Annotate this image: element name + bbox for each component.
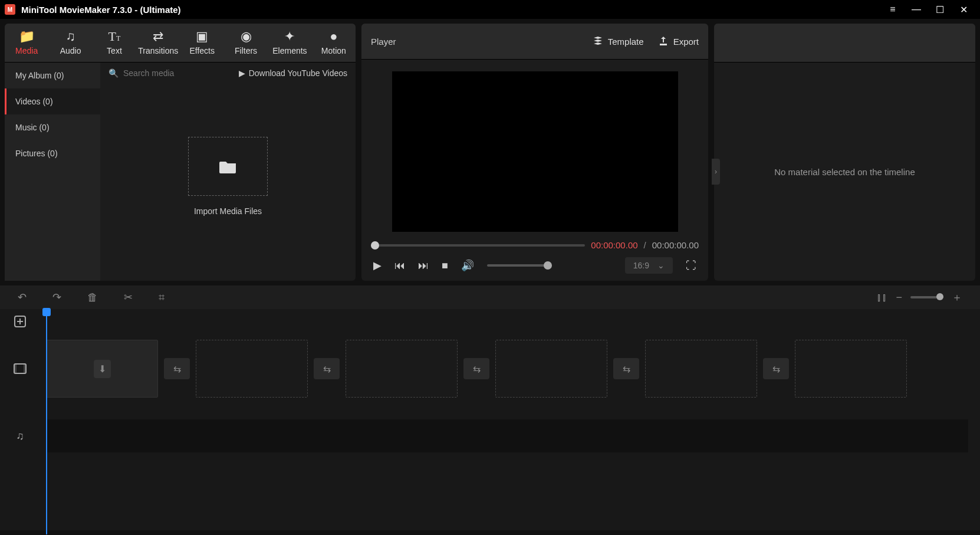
transition-slot[interactable]: ⇆ [164,358,190,379]
tab-effects[interactable]: ▣ Effects [180,24,224,62]
zoom-handle[interactable] [936,293,943,300]
clip-slot[interactable] [645,340,757,398]
tab-transitions[interactable]: ⇄ Transitions [136,24,180,62]
tab-media-label: Media [5,46,48,55]
menu-icon[interactable]: ≡ [881,4,905,15]
fullscreen-button[interactable]: ⛶ [686,260,696,272]
import-media-dropzone[interactable] [188,137,268,196]
tab-elements-label: Elements [268,46,311,55]
aspect-ratio-select[interactable]: 16:9 ⌄ [625,257,673,274]
svg-rect-2 [14,364,17,373]
tab-effects-label: Effects [180,46,224,55]
tab-filters-label: Filters [224,46,268,55]
zoom-out-button[interactable]: − [896,291,902,304]
clip-slot[interactable] [346,340,458,398]
search-wrap[interactable]: 🔍 [108,68,233,78]
search-input[interactable] [123,68,212,78]
audio-track-icon: ♫ [0,403,40,468]
timeline: ♫ ⬇ ⇆ ⇆ ⇆ ⇆ ⇆ [0,309,980,530]
window-maximize-button[interactable]: ☐ [928,4,952,15]
search-icon: 🔍 [108,68,119,78]
folder-icon [219,159,237,173]
crop-button[interactable]: ⌗ [159,291,165,304]
seek-bar[interactable] [371,244,585,247]
playhead[interactable] [46,309,47,534]
template-button[interactable]: Template [593,36,644,47]
clip-slot[interactable]: ⬇ [46,340,158,398]
undo-button[interactable]: ↶ [18,291,27,304]
tab-transitions-label: Transitions [136,46,180,55]
tab-text[interactable]: TT Text [93,24,136,62]
volume-handle[interactable] [544,261,552,270]
audio-icon: ♫ [48,28,92,45]
add-track-button[interactable] [0,309,40,334]
zoom-fit-button[interactable]: ⫿⫿ [877,291,887,304]
play-button[interactable]: ▶ [373,259,382,272]
transition-slot[interactable]: ⇆ [314,358,340,379]
download-youtube-label: Download YouTube Videos [249,68,347,78]
timeline-toolbar: ↶ ↷ 🗑 ✂ ⌗ ⫿⫿ − ＋ [0,285,980,309]
tab-filters[interactable]: ◉ Filters [224,24,268,62]
volume-slider[interactable] [487,264,552,267]
sidebar-item-music[interactable]: Music (0) [5,114,100,140]
export-icon [658,36,669,47]
player-title: Player [371,37,396,47]
motion-icon: ● [312,28,356,45]
video-track[interactable]: ⬇ ⇆ ⇆ ⇆ ⇆ ⇆ [40,334,980,403]
audio-lane[interactable] [46,419,968,452]
redo-button[interactable]: ↷ [52,291,61,304]
volume-icon[interactable]: 🔊 [461,259,474,272]
window-minimize-button[interactable]: — [905,4,928,15]
import-clip-icon: ⬇ [94,360,111,378]
next-frame-button[interactable]: ⏭ [418,260,429,272]
tab-motion-label: Motion [312,46,356,55]
chevron-down-icon: ⌄ [657,261,665,270]
seek-handle[interactable] [371,241,379,250]
window-close-button[interactable]: ✕ [952,4,975,15]
sidebar-item-videos[interactable]: Videos (0) [5,88,100,114]
transition-slot[interactable]: ⇆ [763,358,789,379]
tab-text-label: Text [93,46,136,55]
time-separator: / [644,240,646,250]
svg-rect-3 [24,364,26,373]
tab-elements[interactable]: ✦ Elements [268,24,311,62]
transition-slot[interactable]: ⇆ [463,358,489,379]
media-sidebar: My Album (0) Videos (0) Music (0) Pictur… [5,63,100,281]
clip-slot[interactable] [196,340,308,398]
text-icon: TT [93,28,136,45]
export-button[interactable]: Export [658,36,699,47]
import-media-label: Import Media Files [194,206,262,216]
split-button[interactable]: ✂ [124,291,133,304]
zoom-slider[interactable] [910,296,943,298]
transitions-icon: ⇄ [136,28,180,45]
clip-slot[interactable] [795,340,907,398]
download-youtube-button[interactable]: ▶ Download YouTube Videos [239,68,347,78]
expand-properties-button[interactable]: › [712,159,720,185]
media-panel: 📁 Media ♫ Audio TT Text ⇄ Transitions ▣ … [5,24,356,281]
audio-track[interactable] [40,403,980,468]
aspect-ratio-value: 16:9 [633,261,649,270]
timeline-ruler[interactable] [40,309,980,334]
video-preview[interactable] [392,71,678,232]
clip-slot[interactable] [495,340,607,398]
tab-media[interactable]: 📁 Media [5,24,48,62]
prev-frame-button[interactable]: ⏮ [394,260,405,272]
sidebar-item-myalbum[interactable]: My Album (0) [5,63,100,88]
zoom-in-button[interactable]: ＋ [952,290,962,304]
stop-button[interactable]: ■ [442,260,448,272]
sidebar-item-pictures[interactable]: Pictures (0) [5,140,100,166]
template-label: Template [608,37,644,47]
properties-panel: › No material selected on the timeline [714,24,975,281]
delete-button[interactable]: 🗑 [87,291,98,304]
export-label: Export [673,37,699,47]
time-current: 00:00:00.00 [591,240,637,250]
main-tab-bar: 📁 Media ♫ Audio TT Text ⇄ Transitions ▣ … [5,24,356,63]
tab-motion[interactable]: ● Motion [312,24,356,62]
template-icon [593,36,603,47]
transition-slot[interactable]: ⇆ [613,358,639,379]
tab-audio-label: Audio [48,46,92,55]
tab-audio[interactable]: ♫ Audio [48,24,92,62]
title-bar: M MiniTool MovieMaker 7.3.0 - (Ultimate)… [0,0,980,19]
elements-icon: ✦ [268,28,311,45]
effects-icon: ▣ [180,28,224,45]
